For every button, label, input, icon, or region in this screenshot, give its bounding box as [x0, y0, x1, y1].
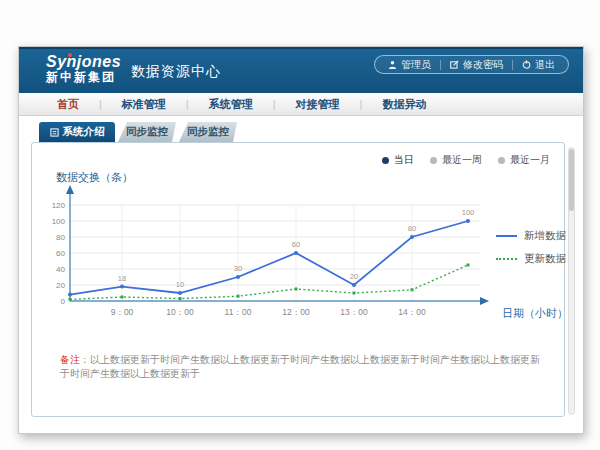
svg-text:13：00: 13：00: [340, 307, 368, 317]
scrollbar-thumb[interactable]: [569, 149, 574, 211]
svg-text:20: 20: [56, 281, 65, 290]
filter-last-month[interactable]: 最近一月: [498, 153, 550, 167]
footnote-text: ：以上数据更新于时间产生数据以上数据更新于时间产生数据以上数据更新于时间产生数据…: [60, 354, 540, 379]
legend-item-updated-data: 更新数据: [496, 252, 566, 266]
logo-subtitle: 新中新集团: [46, 71, 121, 84]
user-icon: [388, 60, 397, 69]
vertical-scrollbar[interactable]: [568, 147, 575, 415]
nav-item-interface-mgmt[interactable]: 对接管理: [276, 97, 360, 112]
filter-today[interactable]: 当日: [382, 153, 414, 167]
svg-text:10：00: 10：00: [166, 307, 194, 317]
svg-text:9：00: 9：00: [111, 307, 134, 317]
svg-text:100: 100: [462, 208, 475, 217]
svg-text:100: 100: [52, 217, 66, 226]
svg-text:40: 40: [56, 265, 65, 274]
legend-label: 新增数据: [524, 229, 566, 243]
period-filter-group: 当日 最近一周 最近一月: [382, 153, 550, 167]
filter-label: 当日: [394, 153, 414, 167]
company-logo: Synjones 新中新集团: [46, 54, 121, 83]
admin-button[interactable]: 管理员: [379, 58, 440, 72]
header-bar: Synjones 新中新集团 数据资源中心 管理员 修改密码 退出: [19, 47, 583, 93]
footnote-label: 备注: [60, 354, 80, 365]
blue-line-icon: [496, 235, 517, 237]
tab-bar: 系统介绍 同步监控 同步监控: [19, 122, 583, 142]
admin-label: 管理员: [401, 58, 431, 72]
x-axis-title: 日期（小时）: [502, 306, 568, 321]
footnote: 备注：以上数据更新于时间产生数据以上数据更新于时间产生数据以上数据更新于时间产生…: [60, 353, 546, 381]
svg-text:12：00: 12：00: [282, 307, 310, 317]
nav-item-standard-mgmt[interactable]: 标准管理: [102, 97, 186, 112]
document-icon: [50, 128, 59, 137]
svg-text:60: 60: [56, 249, 65, 258]
svg-text:20: 20: [350, 272, 358, 281]
svg-text:80: 80: [408, 224, 416, 233]
svg-text:11：00: 11：00: [225, 307, 252, 317]
nav-item-system-mgmt[interactable]: 系统管理: [189, 97, 273, 112]
radio-icon: [430, 157, 437, 164]
app-window: Synjones 新中新集团 数据资源中心 管理员 修改密码 退出 首页 | 标…: [18, 46, 584, 434]
filter-last-week[interactable]: 最近一周: [430, 153, 482, 167]
nav-item-home[interactable]: 首页: [37, 97, 99, 112]
chart-canvas: 0204060801001209：0010：0011：0012：0013：001…: [50, 183, 520, 335]
svg-text:30: 30: [234, 264, 242, 273]
svg-text:14：00: 14：00: [398, 307, 426, 317]
green-dotted-line-icon: [496, 258, 517, 260]
svg-text:0: 0: [61, 297, 66, 306]
filter-label: 最近一月: [510, 153, 550, 167]
svg-text:10: 10: [176, 280, 184, 289]
legend-item-new-data: 新增数据: [496, 229, 566, 243]
tab-label: 系统介绍: [63, 125, 105, 139]
user-menu: 管理员 修改密码 退出: [374, 55, 569, 74]
line-chart: 0204060801001209：0010：0011：0012：0013：001…: [50, 183, 520, 335]
main-nav: 首页 | 标准管理 | 系统管理 | 对接管理 | 数据异动: [19, 93, 583, 116]
change-password-button[interactable]: 修改密码: [441, 58, 512, 72]
svg-text:18: 18: [118, 274, 126, 283]
legend-label: 更新数据: [524, 252, 566, 266]
chart-legend: 新增数据 更新数据: [496, 229, 566, 275]
logout-label: 退出: [535, 58, 555, 72]
filter-label: 最近一周: [442, 153, 482, 167]
logout-button[interactable]: 退出: [513, 58, 564, 72]
svg-text:60: 60: [292, 240, 300, 249]
radio-icon: [382, 157, 389, 164]
tab-label: 同步监控: [126, 125, 168, 139]
logo-title: Synjones: [46, 54, 121, 71]
svg-text:120: 120: [52, 201, 66, 210]
tab-sync-monitor-1[interactable]: 同步监控: [118, 122, 176, 142]
tab-sync-monitor-2[interactable]: 同步监控: [179, 122, 237, 142]
tab-label: 同步监控: [187, 125, 229, 139]
nav-item-data-change[interactable]: 数据异动: [362, 97, 446, 112]
logo-accent-dot: [68, 53, 72, 57]
radio-icon: [498, 157, 505, 164]
edit-icon: [450, 60, 459, 69]
page-title: 数据资源中心: [131, 63, 221, 81]
tab-system-intro[interactable]: 系统介绍: [39, 122, 115, 142]
svg-text:80: 80: [56, 233, 65, 242]
change-password-label: 修改密码: [463, 58, 503, 72]
power-icon: [522, 60, 531, 69]
content-panel: 当日 最近一周 最近一月 数据交换（条） 0204060801001209：00…: [31, 142, 565, 417]
